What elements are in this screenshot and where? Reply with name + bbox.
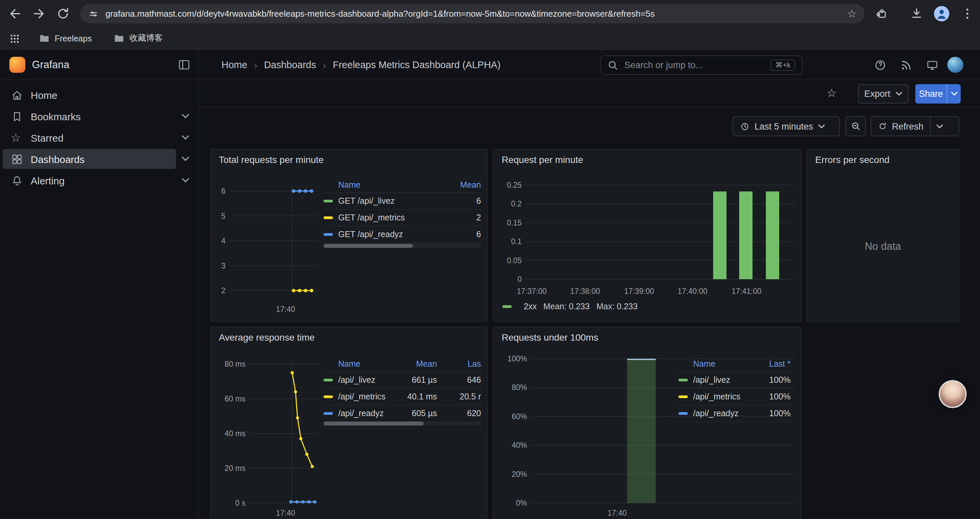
svg-text:80%: 80%	[512, 383, 527, 392]
legend-row[interactable]: /api/_readyz 605 µs 620	[323, 406, 481, 422]
site-info-icon[interactable]	[88, 8, 99, 19]
apps-grid-icon[interactable]	[10, 34, 23, 48]
legend-scrollbar[interactable]	[323, 244, 481, 248]
panel-request-per-minute: Request per minute 0.250.20.150.10.05017…	[493, 149, 801, 322]
series-name[interactable]: /api/_livez	[693, 375, 751, 385]
help-icon[interactable]	[874, 59, 886, 72]
extensions-icon[interactable]	[875, 7, 889, 21]
legend-header[interactable]: Name Last *	[678, 357, 791, 372]
legend-scrollbar[interactable]	[323, 422, 481, 425]
sidebar-item-label: Alerting	[31, 175, 65, 186]
url-input[interactable]	[105, 9, 840, 19]
forward-icon[interactable]	[32, 7, 46, 21]
legend-col-last[interactable]: Las	[437, 359, 481, 369]
search-input[interactable]	[623, 59, 765, 71]
sidebar-item-starred[interactable]: ☆ Starred	[0, 127, 199, 148]
sidebar-item-bookmarks[interactable]: Bookmarks	[0, 105, 199, 127]
svg-text:40%: 40%	[512, 441, 527, 450]
bookmark-star-icon[interactable]: ☆	[847, 8, 857, 19]
legend-header[interactable]: Name Mean	[323, 178, 481, 193]
downloads-icon[interactable]	[910, 7, 924, 21]
chevron-down-icon[interactable]	[181, 113, 189, 119]
panel-requests-under-100ms: Requests under 100ms 100%80%60%40%20%0%1…	[493, 327, 801, 519]
series-name[interactable]: /api/_livez	[338, 375, 393, 385]
sidebar-item-dashboards[interactable]: Dashboards	[0, 148, 199, 170]
chevron-down-icon[interactable]	[181, 156, 189, 162]
tv-mode-icon[interactable]	[926, 59, 939, 72]
legend-row[interactable]: GET /api/_readyz 6	[323, 227, 481, 243]
reload-icon[interactable]	[56, 7, 70, 21]
series-mean: Mean: 0.233	[543, 302, 590, 311]
legend-header[interactable]: Name Mean Las	[323, 357, 481, 372]
star-icon: ☆	[11, 132, 24, 143]
series-name[interactable]: /api/_metrics	[338, 392, 393, 401]
floating-assistant-avatar[interactable]	[939, 380, 967, 408]
browser-menu-icon[interactable]	[963, 7, 971, 21]
series-name[interactable]: /api/_readyz	[693, 409, 751, 418]
series-last: 100%	[751, 409, 791, 418]
chevron-down-icon[interactable]	[181, 178, 189, 183]
dashboard-canvas: Last 5 minutes Refresh Total requests pe…	[199, 107, 980, 519]
browser-profile-avatar[interactable]	[934, 6, 949, 21]
sidebar-item-label: Home	[31, 89, 57, 101]
legend-row[interactable]: /api/_metrics 100%	[678, 389, 791, 406]
request-per-minute-chart[interactable]: 0.250.20.150.10.05017:37:0017:38:0017:39…	[494, 150, 801, 322]
refresh-icon	[878, 121, 887, 131]
legend-row[interactable]: 2xx Mean: 0.233 Max: 0.233	[502, 302, 638, 311]
legend-col-name[interactable]: Name	[323, 359, 393, 369]
series-name[interactable]: /api/_metrics	[693, 392, 751, 401]
chevron-down-icon[interactable]	[181, 135, 189, 140]
series-name[interactable]: /api/_readyz	[338, 409, 393, 418]
series-name[interactable]: GET /api/_livez	[338, 196, 443, 206]
legend-col-name[interactable]: Name	[323, 180, 443, 190]
news-rss-icon[interactable]	[900, 59, 913, 72]
collapse-sidebar-icon[interactable]	[177, 58, 191, 72]
zoom-out-button[interactable]	[845, 116, 866, 136]
series-name[interactable]: GET /api/_metrics	[338, 213, 443, 222]
breadcrumb-dashboards[interactable]: Dashboards	[264, 59, 316, 70]
user-avatar[interactable]	[947, 57, 963, 73]
legend-row[interactable]: /api/_livez 100%	[678, 372, 791, 389]
address-bar[interactable]: ☆	[80, 4, 865, 23]
refresh-interval-dropdown[interactable]	[930, 117, 949, 136]
share-split-button[interactable]: Share	[915, 84, 961, 104]
legend-col-last[interactable]: Last *	[751, 359, 791, 369]
export-button[interactable]: Export	[858, 84, 908, 104]
refresh-button-group[interactable]: Refresh	[870, 116, 959, 136]
share-dropdown-icon[interactable]	[947, 84, 961, 104]
svg-text:17:40:00: 17:40:00	[678, 287, 708, 295]
breadcrumb-separator: ›	[323, 59, 326, 70]
time-range-picker[interactable]: Last 5 minutes	[732, 116, 840, 136]
dashboards-grid-icon	[11, 153, 24, 165]
series-color-dash	[323, 395, 333, 398]
search-bar[interactable]: ⌘+k	[600, 56, 803, 75]
refresh-button[interactable]: Refresh	[871, 117, 930, 136]
legend-row[interactable]: /api/_livez 661 µs 646	[323, 372, 481, 389]
svg-text:0.2: 0.2	[511, 200, 522, 208]
bookmark-folder-freeleaps[interactable]: Freeleaps	[39, 33, 92, 44]
legend-row[interactable]: GET /api/_metrics 2	[323, 210, 481, 227]
zoom-out-icon	[850, 121, 861, 132]
legend-row[interactable]: /api/_readyz 100%	[678, 406, 791, 422]
legend-row[interactable]: /api/_metrics 40.1 ms 20.5 r	[323, 389, 481, 406]
legend-col-name[interactable]: Name	[678, 359, 751, 369]
breadcrumb-home[interactable]: Home	[221, 59, 247, 70]
legend-col-mean[interactable]: Mean	[393, 359, 437, 369]
favorite-star-icon[interactable]: ☆	[827, 86, 837, 100]
sidebar-item-alerting[interactable]: Alerting	[0, 170, 199, 191]
share-button[interactable]: Share	[915, 84, 947, 104]
requests-under-100ms-chart[interactable]: 100%80%60%40%20%0%17:40	[494, 327, 801, 519]
series-name[interactable]: 2xx	[524, 302, 537, 311]
legend-row[interactable]: GET /api/_livez 6	[323, 193, 481, 210]
back-icon[interactable]	[8, 7, 22, 21]
svg-text:17:40: 17:40	[276, 509, 295, 517]
legend-col-mean[interactable]: Mean	[443, 180, 481, 190]
series-name[interactable]: GET /api/_readyz	[338, 230, 443, 239]
svg-text:0 s: 0 s	[235, 498, 245, 507]
sidebar-item-home[interactable]: Home	[0, 84, 199, 105]
series-last: 100%	[751, 392, 791, 401]
screenshot-root: ☆ Freeleaps 收藏博客 Grafana	[0, 0, 980, 519]
panel-title[interactable]: Errors per second	[815, 154, 889, 165]
grafana-logo[interactable]	[10, 57, 25, 73]
bookmark-folder-blogs[interactable]: 收藏博客	[113, 33, 163, 44]
